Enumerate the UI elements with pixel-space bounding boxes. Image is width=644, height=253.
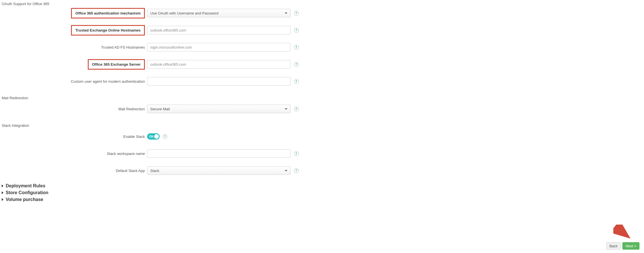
accordion-volume-purchase[interactable]: Volume purchase [2, 197, 644, 202]
row-default-slack-app: Default Slack App Slack ? [0, 166, 644, 175]
label-workspace-name: Slack workspace name [107, 152, 145, 156]
input-exchange-server[interactable] [147, 60, 291, 69]
input-trusted-exchange[interactable] [147, 26, 291, 34]
input-trusted-adfs[interactable] [147, 43, 291, 51]
toggle-enable-slack[interactable]: ON [147, 133, 160, 140]
input-workspace-name[interactable] [147, 149, 291, 158]
section-title-slack: Slack Integration [0, 122, 644, 129]
row-mail-redirection: Mail Redirection Secure Mail ? [0, 105, 644, 113]
toggle-knob [154, 134, 159, 139]
label-custom-user-agent: Custom user agent for modern authenticat… [71, 79, 145, 84]
select-auth-mechanism[interactable]: Use OAuth with Username and Password [147, 9, 291, 17]
accordion-deployment-rules-label: Deployment Rules [6, 183, 45, 188]
select-default-slack-app-value: Slack [150, 169, 159, 173]
help-icon[interactable]: ? [294, 107, 299, 111]
accordion-volume-purchase-label: Volume purchase [6, 197, 43, 202]
row-custom-user-agent: Custom user agent for modern authenticat… [0, 77, 644, 86]
row-enable-slack: Enable Slack ON ? [0, 132, 644, 141]
help-icon[interactable]: ? [294, 62, 299, 67]
row-auth-mechanism: Office 365 authentication mechanism Use … [0, 9, 644, 17]
help-icon[interactable]: ? [162, 134, 167, 139]
footer-buttons: Back Next > [606, 242, 639, 250]
section-title-oauth: OAuth Support for Office 365 [0, 0, 644, 8]
help-icon[interactable]: ? [294, 11, 299, 16]
input-custom-user-agent[interactable] [147, 77, 291, 86]
label-default-slack-app: Default Slack App [116, 169, 145, 173]
accordion-store-configuration[interactable]: Store Configuration [2, 190, 644, 195]
label-trusted-adfs: Trusted AD FS Hostnames [101, 45, 145, 49]
row-trusted-adfs: Trusted AD FS Hostnames ? [0, 43, 644, 51]
next-button[interactable]: Next > [622, 242, 639, 250]
label-enable-slack: Enable Slack [123, 134, 145, 139]
row-workspace-name: Slack workspace name ? [0, 149, 644, 158]
accordion-area: Deployment Rules Store Configuration Vol… [0, 183, 644, 202]
chevron-right-icon [2, 198, 3, 201]
accordion-deployment-rules[interactable]: Deployment Rules [2, 183, 644, 188]
help-icon[interactable]: ? [294, 28, 299, 33]
accordion-store-configuration-label: Store Configuration [6, 190, 48, 195]
oauth-form-area: Office 365 authentication mechanism Use … [0, 9, 644, 86]
chevron-right-icon [2, 191, 3, 194]
select-auth-mechanism-value: Use OAuth with Username and Password [150, 11, 218, 15]
label-trusted-exchange: Trusted Exchange Online Hostnames [71, 25, 145, 36]
select-default-slack-app[interactable]: Slack [147, 166, 291, 175]
label-mail-redirection: Mail Redirection [118, 107, 145, 111]
chevron-down-icon [285, 108, 287, 110]
chevron-right-icon [2, 184, 3, 187]
section-title-mail-redirection: Mail Redirection [0, 94, 644, 102]
help-icon[interactable]: ? [294, 45, 299, 50]
chevron-down-icon [285, 170, 287, 171]
label-exchange-server: Office 365 Exchange Server [88, 59, 145, 70]
row-trusted-exchange: Trusted Exchange Online Hostnames ? [0, 26, 644, 34]
select-mail-redirection-value: Secure Mail [150, 107, 170, 111]
label-auth-mechanism: Office 365 authentication mechanism [71, 8, 145, 18]
toggle-enable-slack-state: ON [149, 135, 153, 138]
help-icon[interactable]: ? [294, 151, 299, 156]
help-icon[interactable]: ? [294, 168, 299, 173]
select-mail-redirection[interactable]: Secure Mail [147, 105, 291, 113]
back-button[interactable]: Back [606, 242, 621, 250]
arrow-annotation-icon [613, 225, 633, 242]
row-exchange-server: Office 365 Exchange Server ? [0, 60, 644, 69]
chevron-down-icon [285, 13, 287, 14]
svg-line-1 [616, 227, 629, 237]
help-icon[interactable]: ? [294, 79, 299, 84]
